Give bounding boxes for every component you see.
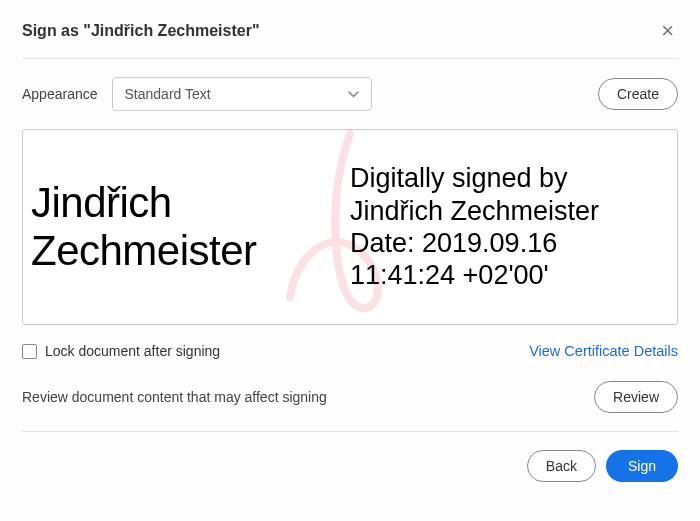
review-button[interactable]: Review xyxy=(594,381,678,413)
appearance-selected-value: Standard Text xyxy=(125,86,211,102)
lock-row: Lock document after signing View Certifi… xyxy=(22,343,678,359)
signature-name-block: Jindřich Zechmeister xyxy=(31,140,350,314)
lock-checkbox-wrap[interactable]: Lock document after signing xyxy=(22,343,220,359)
signature-date: Date: 2019.09.16 xyxy=(350,227,669,259)
appearance-row: Appearance Standard Text Create xyxy=(22,77,678,111)
signature-preview: Jindřich Zechmeister Digitally signed by… xyxy=(22,129,678,325)
lock-checkbox[interactable] xyxy=(22,344,37,359)
signature-time: 11:41:24 +02'00' xyxy=(350,259,669,291)
dialog-header: Sign as "Jindřich Zechmeister" × xyxy=(22,20,678,59)
close-icon[interactable]: × xyxy=(657,20,678,42)
review-text: Review document content that may affect … xyxy=(22,389,327,405)
appearance-select[interactable]: Standard Text xyxy=(112,77,372,111)
appearance-label: Appearance xyxy=(22,86,98,102)
signature-signed-by: Digitally signed by xyxy=(350,162,669,194)
lock-label: Lock document after signing xyxy=(45,343,220,359)
chevron-down-icon xyxy=(348,87,359,101)
signature-name-line1: Jindřich xyxy=(31,179,350,227)
view-certificate-link[interactable]: View Certificate Details xyxy=(529,343,678,359)
back-button[interactable]: Back xyxy=(527,450,596,482)
dialog-title: Sign as "Jindřich Zechmeister" xyxy=(22,22,259,40)
sign-button[interactable]: Sign xyxy=(606,450,678,482)
create-button[interactable]: Create xyxy=(598,78,678,110)
signature-details-block: Digitally signed by Jindřich Zechmeister… xyxy=(350,140,669,314)
review-row: Review document content that may affect … xyxy=(22,381,678,432)
signature-name-line2: Zechmeister xyxy=(31,227,350,275)
signature-signer-name: Jindřich Zechmeister xyxy=(350,195,669,227)
dialog-footer: Back Sign xyxy=(22,450,678,482)
